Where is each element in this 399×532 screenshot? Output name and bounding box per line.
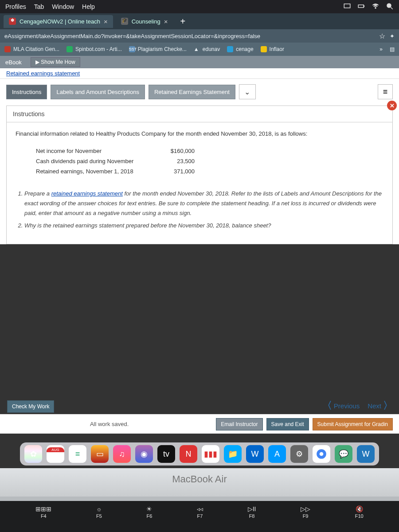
- bookmark-spinbot[interactable]: Spinbot.com - Arti...: [66, 46, 122, 52]
- submit-assignment-button[interactable]: Submit Assignment for Gradin: [313, 418, 393, 430]
- svg-point-4: [387, 4, 391, 8]
- table-row: Cash dividends paid during November23,50…: [36, 156, 383, 166]
- svg-rect-2: [364, 5, 364, 7]
- word2-app-icon[interactable]: W: [357, 445, 375, 463]
- financial-table: Net income for November$160,000 Cash div…: [36, 146, 383, 176]
- bookmark-icon: [261, 46, 267, 52]
- extension-icon[interactable]: ✦: [390, 33, 395, 39]
- key-f9: ▷▷F9: [301, 505, 310, 519]
- reminders-app-icon[interactable]: ≡: [69, 445, 86, 463]
- footer-bar: All work saved. Email Instructor Save an…: [0, 414, 399, 434]
- check-my-work-button[interactable]: Check My Work: [7, 400, 54, 413]
- close-tab-icon[interactable]: ×: [104, 18, 108, 25]
- settings-app-icon[interactable]: ⚙: [290, 445, 308, 463]
- address-bar: eAssignment/takeAssignmentMain.do?invoke…: [0, 29, 399, 43]
- messages-app-icon[interactable]: 💬: [335, 445, 352, 463]
- svg-point-3: [375, 7, 376, 8]
- bookmark-icon: ▲: [194, 46, 200, 52]
- music-app-icon[interactable]: ♫: [113, 445, 131, 463]
- tab-label: CengageNOWv2 | Online teach: [20, 18, 100, 25]
- email-instructor-button[interactable]: Email Instructor: [216, 418, 262, 430]
- menu-help[interactable]: Help: [82, 3, 95, 10]
- panel-title: Instructions: [7, 106, 392, 122]
- bookmark-plagiarism[interactable]: SSTPlagiarism Checke...: [129, 46, 187, 52]
- bookmark-mla[interactable]: MLA Citation Gen...: [4, 46, 59, 52]
- key-f8: ▷IIF8: [248, 505, 256, 519]
- bookmark-icon: SST: [129, 46, 135, 52]
- favicon-icon: 🎓: [121, 18, 128, 25]
- lead-text: Financial information related to Healthy…: [16, 130, 383, 137]
- svg-rect-0: [344, 4, 350, 8]
- bookmark-cenage[interactable]: cenage: [227, 46, 253, 52]
- question-2: Why is the retained earnings statement p…: [24, 221, 383, 231]
- key-f6: ☀F6: [146, 505, 152, 519]
- word-app-icon[interactable]: W: [246, 445, 264, 463]
- ebook-link[interactable]: eBook: [5, 59, 22, 66]
- save-status: All work saved.: [6, 421, 212, 427]
- reading-list-icon[interactable]: ▤: [390, 46, 395, 52]
- content-area: Instructions Labels and Amount Descripti…: [0, 79, 399, 244]
- question-1: Prepare a retained earnings statement fo…: [24, 189, 383, 218]
- close-tab-icon[interactable]: ×: [164, 18, 168, 25]
- podcasts-app-icon[interactable]: ◉: [135, 445, 153, 463]
- previous-button[interactable]: 〈Previous: [322, 399, 360, 412]
- overflow-icon[interactable]: »: [379, 46, 383, 52]
- key-f4: ⊞⊞⊞F4: [35, 505, 51, 519]
- svg-rect-1: [358, 5, 364, 8]
- key-f5: ☼F5: [96, 505, 102, 519]
- bookmarks-bar: MLA Citation Gen... Spinbot.com - Arti..…: [0, 43, 399, 56]
- bookmark-edunav[interactable]: ▲edunav: [194, 46, 220, 52]
- tab-retained-earnings[interactable]: Retained Earnings Statement: [149, 85, 235, 99]
- tab-dropdown[interactable]: ⌄: [239, 84, 256, 99]
- tab-labels[interactable]: Labels and Amount Descriptions: [51, 85, 145, 99]
- menu-profiles[interactable]: Profiles: [5, 3, 26, 10]
- wifi-icon[interactable]: [372, 2, 379, 12]
- tab-instructions[interactable]: Instructions: [6, 85, 47, 99]
- news-app-icon[interactable]: N: [180, 445, 197, 463]
- search-icon[interactable]: [386, 2, 394, 12]
- appletv-app-icon[interactable]: tv: [157, 445, 175, 463]
- close-panel-icon[interactable]: ✕: [387, 101, 397, 110]
- menu-icon[interactable]: ≡: [378, 84, 393, 99]
- favicon-icon: ✽: [9, 18, 16, 25]
- tab-counseling[interactable]: 🎓 Counseling ×: [116, 15, 173, 28]
- battery-icon[interactable]: [357, 2, 365, 12]
- dock: ✿ AUG25 ≡ ▭ ♫ ◉ tv N ▮▮▮ 📁 W A ⚙ 💬 W: [0, 442, 399, 466]
- bookmark-inflaor[interactable]: Inflaor: [261, 46, 284, 52]
- folder-app-icon[interactable]: ▭: [91, 445, 109, 463]
- bookmark-star-icon[interactable]: ☆: [379, 32, 385, 40]
- key-f7: ◃◃F7: [197, 505, 203, 519]
- browser-tabstrip: ✽ CengageNOWv2 | Online teach × 🎓 Counse…: [0, 13, 399, 29]
- files-app-icon[interactable]: 📁: [224, 445, 242, 463]
- app-bar: eBook ▶ Show Me How: [0, 56, 399, 68]
- save-and-exit-button[interactable]: Save and Exit: [266, 418, 309, 430]
- photos-app-icon[interactable]: ✿: [24, 445, 42, 463]
- show-me-how-button[interactable]: ▶ Show Me How: [31, 57, 80, 67]
- chrome-app-icon[interactable]: [313, 445, 330, 463]
- bookmark-icon: [66, 46, 73, 52]
- mac-menubar: Profiles Tab Window Help: [0, 0, 399, 13]
- instructions-panel: ✕ Instructions Financial information rel…: [6, 106, 393, 244]
- table-row: Retained earnings, November 1, 2018371,0…: [36, 166, 383, 176]
- retained-earnings-link[interactable]: retained earnings statement: [51, 190, 123, 197]
- menu-window[interactable]: Window: [52, 3, 74, 10]
- bookmark-icon: [227, 46, 233, 52]
- bookmark-icon: [4, 46, 11, 52]
- appstore-app-icon[interactable]: A: [268, 445, 286, 463]
- url-field[interactable]: eAssignment/takeAssignmentMain.do?invoke…: [4, 33, 375, 39]
- screen-icon[interactable]: [343, 2, 351, 12]
- new-tab-button[interactable]: +: [176, 16, 190, 27]
- keyboard: ⊞⊞⊞F4 ☼F5 ☀F6 ◃◃F7 ▷IIF8 ▷▷F9 🔇F10: [0, 501, 399, 532]
- svg-point-7: [320, 452, 324, 456]
- calendar-app-icon[interactable]: AUG25: [47, 445, 64, 463]
- svg-line-5: [391, 7, 393, 9]
- tab-cengage[interactable]: ✽ CengageNOWv2 | Online teach ×: [4, 15, 113, 28]
- menu-tab[interactable]: Tab: [34, 3, 44, 10]
- laptop-label: MacBook Air: [0, 468, 399, 497]
- stats-app-icon[interactable]: ▮▮▮: [202, 445, 219, 463]
- tab-label: Counseling: [132, 18, 160, 25]
- key-f10: 🔇F10: [355, 505, 364, 519]
- next-button[interactable]: Next〉: [368, 399, 393, 412]
- breadcrumb[interactable]: Retained earnings statement: [0, 68, 399, 79]
- table-row: Net income for November$160,000: [36, 146, 383, 156]
